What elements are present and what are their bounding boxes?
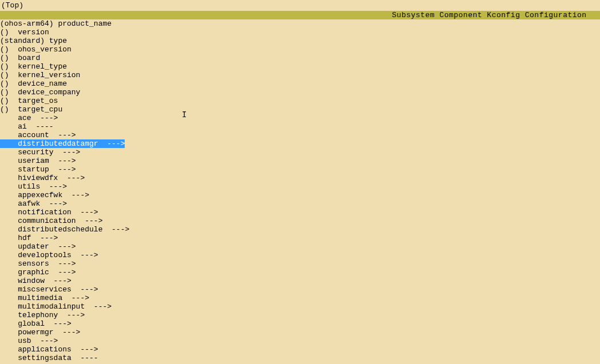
menu-item-multimodalinput[interactable]: multimodalinput --->	[0, 302, 600, 311]
menu-item-device_name[interactable]: () device_name	[0, 79, 600, 88]
menu-item-notification[interactable]: notification --->	[0, 208, 600, 217]
menu-item-sensors[interactable]: sensors --->	[0, 259, 600, 268]
title-bar: Subsystem Component Kconfig Configuratio…	[0, 11, 600, 19]
menu-item-kernel_type[interactable]: () kernel_type	[0, 62, 600, 71]
menu-item-security[interactable]: security --->	[0, 148, 600, 157]
menu-item-device_company[interactable]: () device_company	[0, 88, 600, 97]
menu-item-graphic[interactable]: graphic --->	[0, 268, 600, 277]
menu-item-distributedschedule[interactable]: distributedschedule --->	[0, 225, 600, 234]
menu-item-developtools[interactable]: developtools --->	[0, 251, 600, 259]
menu-item-kernel_version[interactable]: () kernel_version	[0, 71, 600, 79]
menu-item-distributeddatamgr[interactable]: distributeddatamgr --->	[0, 139, 600, 148]
menu-item-useriam[interactable]: useriam --->	[0, 157, 600, 165]
menu-content[interactable]: (ohos-arm64) product_name() version(stan…	[0, 19, 600, 362]
menu-item-multimedia[interactable]: multimedia --->	[0, 294, 600, 302]
menu-item-startup[interactable]: startup --->	[0, 165, 600, 174]
selected-item[interactable]: distributeddatamgr --->	[0, 139, 125, 148]
menu-item-appexecfwk[interactable]: appexecfwk --->	[0, 191, 600, 199]
menu-item-version[interactable]: () version	[0, 28, 600, 37]
menu-item-ohos_version[interactable]: () ohos_version	[0, 45, 600, 54]
menu-item-aafwk[interactable]: aafwk --->	[0, 199, 600, 208]
menu-item-powermgr[interactable]: powermgr --->	[0, 328, 600, 337]
menu-item-utils[interactable]: utils --->	[0, 182, 600, 191]
menu-item-target_os[interactable]: () target_os	[0, 97, 600, 105]
menu-item-board[interactable]: () board	[0, 54, 600, 62]
menu-item-hiviewdfx[interactable]: hiviewdfx --->	[0, 174, 600, 182]
menu-item-account[interactable]: account --->	[0, 131, 600, 139]
top-label: (Top)	[1, 1, 23, 10]
menu-item-communication[interactable]: communication --->	[0, 217, 600, 225]
menu-item-telephony[interactable]: telephony --->	[0, 311, 600, 319]
menu-item-ace[interactable]: ace --->	[0, 114, 600, 122]
menu-item-window[interactable]: window --->	[0, 277, 600, 285]
menu-item-ai[interactable]: ai ----	[0, 122, 600, 131]
menu-item-hdf[interactable]: hdf --->	[0, 234, 600, 242]
menu-item-product_name[interactable]: (ohos-arm64) product_name	[0, 19, 600, 28]
menu-item-global[interactable]: global --->	[0, 319, 600, 328]
top-indicator: (Top)	[0, 0, 600, 11]
title-text: Subsystem Component Kconfig Configuratio…	[13, 11, 586, 19]
menu-item-miscservices[interactable]: miscservices --->	[0, 285, 600, 294]
menu-item-target_cpu[interactable]: () target_cpu	[0, 105, 600, 114]
menu-item-settingsdata[interactable]: settingsdata ----	[0, 354, 600, 362]
menu-item-applications[interactable]: applications --->	[0, 345, 600, 354]
menu-item-type[interactable]: (standard) type	[0, 37, 600, 45]
menu-item-usb[interactable]: usb --->	[0, 337, 600, 345]
menu-item-updater[interactable]: updater --->	[0, 242, 600, 251]
